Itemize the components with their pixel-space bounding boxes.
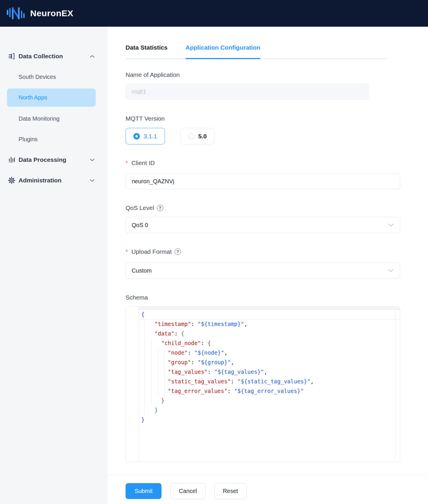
sidebar-item-label: Data Processing [19, 156, 66, 163]
chevron-down-icon [90, 159, 95, 161]
submit-button[interactable]: Submit [126, 483, 162, 499]
main-content: Data Statistics Application Configuratio… [107, 27, 428, 504]
code-line: "node": "${node}", [141, 348, 394, 358]
code-line: } [141, 396, 394, 405]
footer-divider [107, 475, 428, 475]
administration-gear-icon [8, 177, 15, 184]
chevron-down-icon [388, 269, 393, 272]
app-title: NeuronEX [30, 8, 73, 18]
radio-selected-icon [133, 133, 140, 139]
code-line: "group": "${group}", [141, 358, 394, 367]
sidebar-item-label: Administration [19, 177, 61, 184]
footer-actions: Submit Cancel Reset [126, 483, 246, 499]
editor-gutter [126, 307, 139, 462]
code-line: "tag_values": "${tag_values}", [141, 367, 394, 377]
schema-code[interactable]: { "timestamp": "${timestamp}", "data": {… [141, 310, 394, 425]
mqtt-version-option-311[interactable]: 3.1.1 [126, 128, 165, 144]
radio-unselected-icon [188, 133, 195, 139]
code-line: "static_tag_values": "${static_tag_value… [141, 377, 394, 386]
upload-format-select[interactable]: Custom [126, 262, 400, 279]
sidebar-item-data-collection[interactable]: Data Collection [0, 49, 107, 64]
sidebar-item-label: North Apps [19, 94, 47, 101]
mqtt-version-label: MQTT Version [126, 115, 165, 123]
required-asterisk: * [126, 159, 128, 167]
schema-code-editor[interactable]: { "timestamp": "${timestamp}", "data": {… [126, 307, 400, 462]
sidebar-item-plugins[interactable]: Plugins [0, 132, 107, 146]
client-id-input[interactable] [126, 173, 400, 189]
code-line: "child_node": { [141, 338, 394, 348]
sidebar-item-administration[interactable]: Administration [0, 173, 107, 188]
code-line: "timestamp": "${timestamp}", [141, 319, 394, 329]
chevron-down-icon [388, 224, 393, 226]
help-icon[interactable]: ? [157, 205, 163, 211]
sidebar-item-north-apps[interactable]: North Apps [7, 88, 96, 107]
qos-level-select[interactable]: QoS 0 [126, 217, 400, 233]
client-id-label: * Client ID [126, 159, 155, 167]
editor-scrollbar-horizontal[interactable] [139, 307, 400, 310]
required-asterisk: * [126, 248, 128, 256]
data-collection-icon [8, 52, 15, 60]
reset-button[interactable]: Reset [214, 483, 246, 499]
sidebar: Data Collection South Devices North Apps… [0, 27, 107, 504]
cancel-button[interactable]: Cancel [170, 483, 206, 499]
app-header: NeuronEX [0, 0, 428, 27]
sidebar-item-label: Plugins [19, 136, 38, 143]
sidebar-item-label: South Devices [19, 74, 56, 80]
sidebar-item-label: Data Monitoring [19, 115, 59, 122]
neuronex-logo-icon [6, 5, 27, 22]
tab-bar: Data Statistics Application Configuratio… [126, 44, 387, 59]
code-line: "data": { [141, 329, 394, 338]
data-processing-icon [8, 156, 15, 164]
code-line: } [141, 415, 394, 425]
name-of-application-input[interactable] [126, 84, 369, 100]
name-of-application-label: Name of Application [126, 71, 180, 79]
help-icon[interactable]: ? [175, 249, 181, 255]
chevron-up-icon [90, 55, 95, 58]
schema-label: Schema [126, 293, 148, 302]
sidebar-item-label: Data Collection [19, 53, 63, 60]
mqtt-version-radio-group: 3.1.1 5.0 [126, 128, 215, 144]
code-line: "tag_error_values": "${tag_error_values}… [141, 386, 394, 396]
tab-application-configuration[interactable]: Application Configuration [186, 44, 260, 59]
qos-level-label: QoS Level ? [126, 204, 163, 212]
sidebar-item-south-devices[interactable]: South Devices [0, 70, 107, 84]
code-line: { [141, 310, 394, 319]
editor-scrollbar-vertical[interactable] [395, 310, 395, 459]
upload-format-label: * Upload Format ? [126, 248, 181, 256]
sidebar-item-data-processing[interactable]: Data Processing [0, 153, 107, 167]
chevron-down-icon [90, 179, 95, 182]
neuronex-app: NeuronEX Data Collection Sout [0, 0, 428, 504]
code-line: } [141, 405, 394, 415]
sidebar-item-data-monitoring[interactable]: Data Monitoring [0, 111, 107, 126]
mqtt-version-option-50[interactable]: 5.0 [180, 128, 215, 144]
tab-data-statistics[interactable]: Data Statistics [126, 44, 168, 59]
